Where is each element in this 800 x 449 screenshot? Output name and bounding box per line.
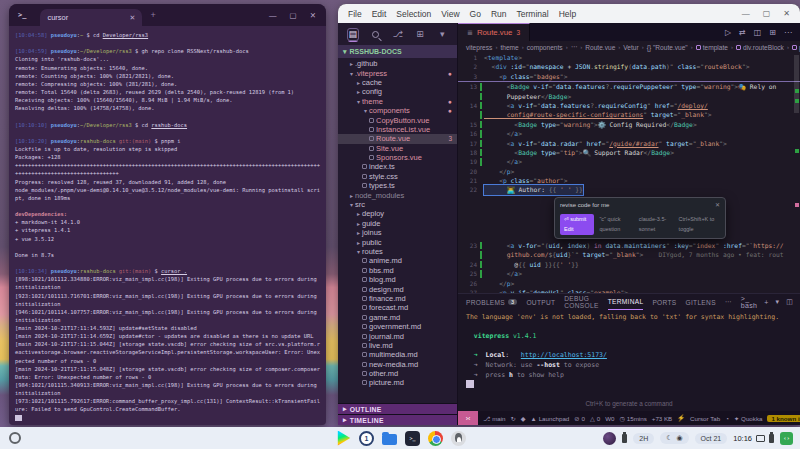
panel-tab-output[interactable]: OUTPUT — [526, 294, 555, 310]
tree-item-bbs-md[interactable]: bbs.md — [338, 266, 457, 275]
sync-icon[interactable]: ↻ — [511, 415, 516, 422]
app-files-icon[interactable] — [382, 434, 397, 445]
tree-item-picture-md[interactable]: picture.md — [338, 378, 457, 387]
remote-indicator[interactable]: ›‹ — [458, 411, 478, 425]
cursor-tab[interactable]: Cursor Tab — [690, 415, 720, 422]
terminal-tab[interactable]: cursor ✕ — [40, 9, 142, 26]
explorer-icon[interactable]: ▤ — [347, 28, 359, 41]
breadcrumb-item[interactable]: Vetur — [623, 44, 638, 51]
w0-indicator[interactable]: W0 — [605, 415, 614, 422]
menu-terminal[interactable]: Terminal — [517, 9, 549, 19]
tree-item-new-media-md[interactable]: new-media.md — [338, 360, 457, 369]
tree-item-instancelist-vue[interactable]: InstanceList.vue — [338, 125, 457, 134]
panel-tab-problems[interactable]: PROBLEMS3 — [466, 294, 517, 310]
submit-edit-button[interactable]: ⏎ submit Edit — [560, 214, 594, 235]
close-icon[interactable]: ✕ — [715, 201, 720, 210]
panel-tab-debug-console[interactable]: DEBUG CONSOLE — [564, 294, 598, 310]
close-icon[interactable]: ✕ — [130, 14, 136, 22]
tree-item-style-css[interactable]: style.css — [338, 172, 457, 181]
tree-item--github[interactable]: ▸.github — [338, 59, 457, 68]
tree-item-index-ts[interactable]: index.ts — [338, 162, 457, 171]
new-tab-button[interactable]: + — [150, 10, 155, 20]
shell-selector[interactable]: >_ bash — [741, 295, 757, 309]
app-chrome-icon[interactable] — [428, 431, 443, 446]
app-terminal-icon[interactable]: >_ — [405, 431, 420, 446]
menu-file[interactable]: File — [348, 9, 362, 19]
time-tracker[interactable]: ◷15mins — [619, 415, 646, 422]
maximize-icon[interactable]: ▢ — [763, 9, 771, 18]
tree-item-journal-md[interactable]: journal.md — [338, 331, 457, 340]
minimize-icon[interactable]: — — [269, 11, 277, 20]
dev-environment-icon[interactable]: ‹› — [780, 432, 793, 445]
tree-item-src[interactable]: ▾src — [338, 200, 457, 209]
zap-icon[interactable]: ⚡ — [677, 414, 685, 422]
breadcrumb-item[interactable]: {} "Route.vue" — [647, 44, 688, 51]
split-editor-icon[interactable]: ⊞ — [769, 28, 776, 37]
panel-tab-terminal[interactable]: TERMINAL — [608, 294, 644, 310]
tree-item-theme[interactable]: ▾theme● — [338, 97, 457, 106]
tree-item-routes[interactable]: ▾routes — [338, 247, 457, 256]
split-terminal-icon[interactable]: ◫ — [786, 298, 793, 306]
model-label[interactable]: claude-3.5-sonnet — [639, 215, 674, 234]
usage-icon[interactable]: ◔ — [725, 415, 729, 422]
close-icon[interactable]: ✕ — [310, 11, 316, 20]
menu-selection[interactable]: Selection — [396, 9, 431, 19]
breadcrumb-item[interactable]: p.author — [792, 44, 800, 51]
tree-item-node-modules[interactable]: ▸node_modules — [338, 190, 457, 199]
close-icon[interactable]: ✕ — [783, 9, 790, 18]
menu-edit[interactable]: Edit — [372, 9, 387, 19]
breadcrumb-item[interactable]: Route.vue — [585, 44, 615, 51]
tree-item-forecast-md[interactable]: forecast.md — [338, 303, 457, 312]
panel-tab-⋯[interactable]: ⋯ — [725, 294, 732, 310]
menu-view[interactable]: View — [441, 9, 459, 19]
sidebar-section-outline[interactable]: ▸OUTLINE — [338, 403, 457, 414]
menu-go[interactable]: Go — [470, 9, 481, 19]
code-editor[interactable]: 1<template>2 <div :id="namespace + JSON.… — [458, 53, 800, 293]
tree-item-cache[interactable]: ▸cache — [338, 78, 457, 87]
source-control-icon[interactable]: ⎇ — [392, 28, 403, 41]
breadcrumb-item[interactable]: div.routeBlock — [736, 44, 784, 51]
avatar[interactable] — [603, 432, 616, 445]
warnings[interactable]: △0 — [590, 415, 600, 422]
breadcrumb-item[interactable]: template — [696, 44, 728, 51]
system-tray[interactable]: 2H ☾◉ Oct 21 10:16 ‹› — [603, 432, 793, 445]
tree-item-anime-md[interactable]: anime.md — [338, 256, 457, 265]
integrated-terminal[interactable]: The language 'env' is not loaded, fallin… — [458, 310, 800, 400]
workspace-root[interactable]: ▾ RSSHUB-DOCS — [338, 45, 457, 58]
launcher-button[interactable] — [9, 432, 21, 444]
new-terminal-button[interactable]: + — [764, 299, 768, 306]
tree-item-site-vue[interactable]: Site.vue — [338, 144, 457, 153]
tree-item-game-md[interactable]: game.md — [338, 313, 457, 322]
tree-item-government-md[interactable]: government.md — [338, 322, 457, 331]
tree-item--vitepress[interactable]: ▾.vitepress● — [338, 68, 457, 77]
search-icon[interactable] — [370, 28, 381, 41]
more-actions-icon[interactable]: ⋯ — [784, 28, 792, 37]
breadcrumb-item[interactable]: ⋯ — [571, 43, 578, 51]
terminal-output[interactable]: [10:04:58] pseudoyu:~ $ cd Developer/rss… — [9, 26, 326, 425]
chevron-down-icon[interactable]: ▾ — [437, 28, 448, 41]
ai-prompt-input[interactable]: revise code for me — [560, 201, 609, 210]
tree-item-deploy[interactable]: ▸deploy — [338, 209, 457, 218]
date-pill[interactable]: Oct 21 — [695, 433, 728, 444]
breadcrumb-item[interactable]: theme — [500, 44, 518, 51]
tree-item-multimedia-md[interactable]: multimedia.md — [338, 350, 457, 359]
open-preview-icon[interactable]: ◫ — [754, 28, 762, 37]
menu-run[interactable]: Run — [491, 9, 507, 19]
quokka[interactable]: ✦Quokka — [734, 415, 763, 422]
sidebar-section-timeline[interactable]: ▸TIMELINE — [338, 414, 457, 425]
app-linux-icon[interactable] — [451, 431, 466, 446]
tab-route-vue[interactable]: ≣ Route.vue 3 — [458, 23, 530, 41]
tree-item-types-ts[interactable]: types.ts — [338, 181, 457, 190]
network-usage[interactable]: +73 KB — [652, 415, 672, 422]
menu-help[interactable]: Help — [559, 9, 576, 19]
tree-item-copybutton-vue[interactable]: CopyButton.vue — [338, 115, 457, 124]
tree-item-components[interactable]: ▾components● — [338, 106, 457, 115]
tree-item-design-md[interactable]: design.md — [338, 284, 457, 293]
tree-item-sponsors-vue[interactable]: Sponsors.vue — [338, 153, 457, 162]
tree-item-blog-md[interactable]: blog.md — [338, 275, 457, 284]
extensions-icon[interactable]: ⊞ — [414, 28, 425, 41]
minimize-icon[interactable]: — — [742, 9, 750, 18]
panel-tab-ports[interactable]: PORTS — [652, 294, 676, 310]
open-changes-icon[interactable]: ⇄ — [739, 28, 746, 37]
breadcrumb-item[interactable]: vitepress — [466, 44, 492, 51]
